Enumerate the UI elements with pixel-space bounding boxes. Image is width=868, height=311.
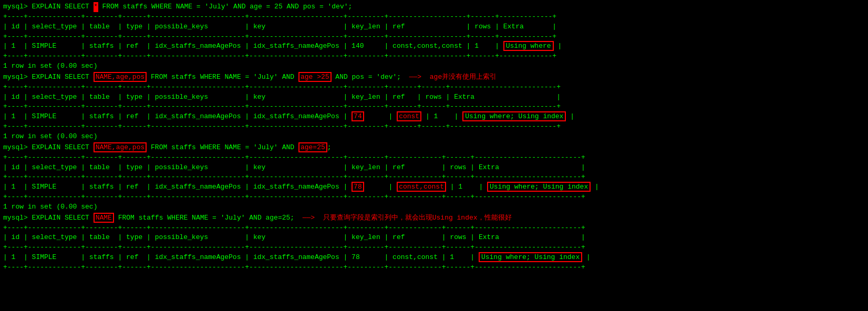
header-3: | id | select_type | table | type | poss… — [3, 163, 865, 173]
highlight-cols-2: NAME,age,pos — [94, 72, 147, 82]
keylen-box-3: 78 — [352, 182, 364, 192]
divider-2-bot: +----+-------------+--------+------+----… — [3, 122, 865, 132]
header-4: | id | select_type | table | type | poss… — [3, 233, 865, 243]
command-4: mysql> EXPLAIN SELECT NAME FROM staffs W… — [3, 213, 865, 223]
keylen-box-2: 74 — [352, 111, 364, 121]
section-2: mysql> EXPLAIN SELECT NAME,age,pos FROM … — [3, 72, 865, 142]
header-2: | id | select_type | table | type | poss… — [3, 92, 865, 102]
row-3: | 1 | SIMPLE | staffs | ref | idx_staffs… — [3, 182, 865, 192]
divider-4-top: +----+-------------+--------+------+----… — [3, 223, 865, 233]
section-3: mysql> EXPLAIN SELECT NAME,age,pos FROM … — [3, 143, 865, 212]
footer-3: 1 row in set (0.00 sec) — [3, 202, 865, 212]
header-1: | id | select_type | table | type | poss… — [3, 22, 865, 32]
divider-4-bot: +----+-------------+--------+------+----… — [3, 263, 865, 273]
row-1: | 1 | SIMPLE | staffs | ref | idx_staffs… — [3, 42, 865, 51]
footer-1: 1 row in set (0.00 sec) — [3, 61, 865, 71]
extra-box-3: Using where; Using index — [487, 182, 591, 192]
row-4: | 1 | SIMPLE | staffs | ref | idx_staffs… — [3, 253, 865, 263]
divider-1-top: +----+-------------+--------+------+----… — [3, 12, 865, 22]
extra-box-1: Using where — [503, 41, 554, 51]
extra-box-2: Using where; Using index — [462, 111, 566, 121]
row-2: | 1 | SIMPLE | staffs | ref | idx_staffs… — [3, 112, 865, 122]
ref-box-2: const — [397, 111, 421, 121]
footer-2: 1 row in set (0.00 sec) — [3, 132, 865, 142]
highlight-name-4: NAME — [94, 213, 114, 223]
divider-3-bot: +----+-------------+--------+------+----… — [3, 192, 865, 202]
terminal: mysql> EXPLAIN SELECT * FROM staffs WHER… — [0, 0, 868, 276]
highlight-age-3: age=25 — [298, 142, 327, 152]
section-4: mysql> EXPLAIN SELECT NAME FROM staffs W… — [3, 213, 865, 273]
annotation-4: 只要查询字段是索引列中，就会出现Using index，性能很好 — [323, 214, 512, 222]
divider-1-bot: +----+-------------+--------+------+----… — [3, 51, 865, 61]
section-1: mysql> EXPLAIN SELECT * FROM staffs WHER… — [3, 2, 865, 71]
highlight-cols-3: NAME,age,pos — [94, 142, 147, 152]
extra-box-4: Using where; Using index — [479, 252, 582, 262]
arrow-4: ——> — [303, 214, 315, 222]
divider-3-mid: +----+-------------+--------+------+----… — [3, 172, 865, 182]
command-3: mysql> EXPLAIN SELECT NAME,age,pos FROM … — [3, 143, 865, 153]
annotation-2: age并没有使用上索引 — [430, 73, 497, 81]
cursor-star: * — [94, 2, 98, 12]
divider-4-mid: +----+-------------+--------+------+----… — [3, 243, 865, 253]
highlight-age-2: age >25 — [298, 72, 332, 82]
command-1: mysql> EXPLAIN SELECT * FROM staffs WHER… — [3, 2, 865, 12]
divider-3-top: +----+-------------+--------+------+----… — [3, 153, 865, 163]
ref-box-3: const,const — [397, 182, 446, 192]
command-2: mysql> EXPLAIN SELECT NAME,age,pos FROM … — [3, 72, 865, 82]
divider-2-mid: +----+-------------+--------+------+----… — [3, 102, 865, 112]
divider-2-top: +----+-------------+--------+------+----… — [3, 82, 865, 92]
divider-1-mid: +----+-------------+--------+------+----… — [3, 32, 865, 42]
arrow-2: ——> — [409, 73, 421, 81]
